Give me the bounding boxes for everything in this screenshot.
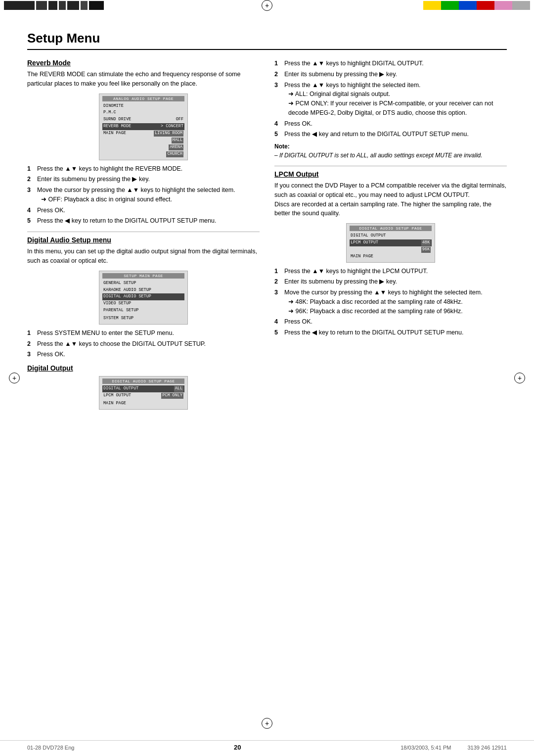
menu-row-highlighted: DIGITAL AUDIO SETUP <box>102 293 184 300</box>
step-3: 3 Press the ▲▼ keys to highlight the sel… <box>274 81 507 118</box>
page-title: Setup Menu <box>27 31 507 50</box>
menu-row: KARAOKE AUDIO SETUP <box>102 287 184 294</box>
digital-output-menu-screen: DIGITAL AUDIO SETUP PAGE DIGITAL OUTPUTA… <box>99 376 188 410</box>
step-1: 1 Press the ▲▼ keys to highlight DIGITAL… <box>274 59 507 68</box>
lpcm-output-menu-screen: DIGITAL AUDIO SETUP PAGE DIGITAL OUTPUT … <box>346 223 435 263</box>
step-4: 4 Press OK. <box>274 317 507 327</box>
reverb-mode-body: The REVERB MODE can stimulate the echo a… <box>27 70 260 89</box>
digital-output-note: Note: – If DIGITAL OUTPUT is set to ALL,… <box>274 142 507 160</box>
footer-right: 18/03/2003, 5:41 PM 3139 246 12911 <box>400 745 507 751</box>
reg-mark-bottom: + <box>262 718 272 729</box>
menu-row: VIDEO SETUP <box>102 300 184 307</box>
step-2: 2 Enter its submenu by pressing the ▶ ke… <box>274 70 507 79</box>
step-1: 1 Press the ▲▼ keys to highlight the REV… <box>27 164 260 174</box>
step-1: 1 Press SYSTEM MENU to enter the SETUP m… <box>27 329 260 338</box>
footer-left: 01-28 DVD728 Eng <box>27 745 74 751</box>
menu-title-do: DIGITAL AUDIO SETUP PAGE <box>102 378 184 384</box>
digital-output-title: Digital Output <box>27 364 260 372</box>
section-digital-output-right: 1 Press the ▲▼ keys to highlight DIGITAL… <box>274 59 507 160</box>
section-lpcm-output: LPCM Output If you connect the DVD Playe… <box>274 170 507 337</box>
step-4: 4 Press OK. <box>27 206 260 215</box>
menu-row: MAIN PAGELIVING ROOM <box>102 130 184 137</box>
step-5: 5 Press the ◀ key to return to the DIGIT… <box>27 216 260 226</box>
menu-row: PARENTAL SETUP <box>102 307 184 314</box>
menu-row: HALL <box>102 137 184 144</box>
step-2: 2 Enter its submenu by pressing the ▶ ke… <box>27 175 260 184</box>
menu-row-highlighted: LPCM OUTPUT48K <box>350 239 432 246</box>
step-4: 4 Press OK. <box>274 119 507 129</box>
menu-title-das: SETUP MAIN PAGE <box>102 273 184 279</box>
menu-row: CHURCH <box>102 151 184 158</box>
lpcm-output-body: If you connect the DVD Player to a PCM c… <box>274 181 507 218</box>
digital-audio-setup-title: Digital Audio Setup menu <box>27 236 260 244</box>
menu-row: DINOMITE <box>102 103 184 110</box>
digital-output-right-steps: 1 Press the ▲▼ keys to highlight DIGITAL… <box>274 59 507 139</box>
footer-center: 20 <box>234 744 241 751</box>
menu-row: SURND DRIVEOFF <box>102 116 184 123</box>
reverb-mode-menu-screen: ANALOG AUDIO SETUP PAGE DINOMITE P.M.C S… <box>99 94 188 160</box>
reverb-mode-title: Reverb Mode <box>27 59 260 67</box>
menu-row-highlighted: DIGITAL OUTPUTALL <box>102 385 184 392</box>
lpcm-output-title: LPCM Output <box>274 170 507 178</box>
menu-row: 96K <box>350 246 432 253</box>
section-reverb-mode: Reverb Mode The REVERB MODE can stimulat… <box>27 59 260 226</box>
menu-row: GENERAL SETUP <box>102 280 184 287</box>
section-digital-audio-setup: Digital Audio Setup menu In this menu, y… <box>27 236 260 359</box>
menu-row: LPCM OUTPUTPCM ONLY <box>102 392 184 399</box>
step-1: 1 Press the ▲▼ keys to highlight the LPC… <box>274 267 507 276</box>
menu-row: MAIN PAGE <box>102 400 184 407</box>
page-footer: 01-28 DVD728 Eng 20 18/03/2003, 5:41 PM … <box>0 740 534 751</box>
step-2: 2 Enter its submenu by pressing the ▶ ke… <box>274 277 507 286</box>
menu-title-reverb: ANALOG AUDIO SETUP PAGE <box>102 96 184 101</box>
section-digital-output: Digital Output DIGITAL AUDIO SETUP PAGE … <box>27 364 260 410</box>
menu-row: SYSTEM SETUP <box>102 315 184 322</box>
digital-audio-setup-body: In this menu, you can set up the digital… <box>27 247 260 266</box>
step-5: 5 Press the ◀ key and return to the DIGI… <box>274 130 507 139</box>
menu-row: ARENA <box>102 144 184 151</box>
digital-audio-setup-steps: 1 Press SYSTEM MENU to enter the SETUP m… <box>27 329 260 359</box>
footer-number: 3139 246 12911 <box>467 745 507 751</box>
menu-row: MAIN PAGE <box>350 253 432 260</box>
reg-mark-left: + <box>9 373 20 383</box>
menu-row: DIGITAL OUTPUT <box>350 233 432 239</box>
reg-mark-right: + <box>514 373 525 383</box>
menu-row-highlighted: REVERB MODE> CONCERT <box>102 123 184 130</box>
step-2: 2 Press the ▲▼ keys to choose the DIGITA… <box>27 339 260 349</box>
lpcm-output-steps: 1 Press the ▲▼ keys to highlight the LPC… <box>274 267 507 337</box>
reverb-mode-steps: 1 Press the ▲▼ keys to highlight the REV… <box>27 164 260 226</box>
step-3: 3 Move the cursor by pressing the ▲▼ key… <box>274 288 507 316</box>
digital-audio-setup-menu-screen: SETUP MAIN PAGE GENERAL SETUP KARAOKE AU… <box>99 271 188 325</box>
step-3: 3 Move the cursor by pressing the ▲▼ key… <box>27 186 260 204</box>
step-5: 5 Press the ◀ key to return to the DIGIT… <box>274 328 507 337</box>
menu-row: P.M.C <box>102 109 184 116</box>
step-3: 3 Press OK. <box>27 350 260 359</box>
menu-title-lpcm: DIGITAL AUDIO SETUP PAGE <box>350 226 432 231</box>
reg-mark-top: + <box>262 0 272 11</box>
